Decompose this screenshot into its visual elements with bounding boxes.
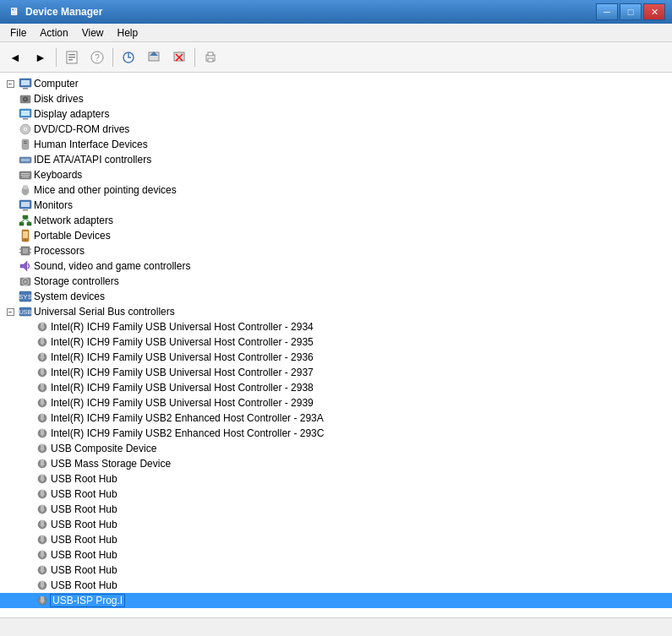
expander-usbhub6[interactable] bbox=[20, 548, 34, 562]
expander-network[interactable] bbox=[3, 214, 17, 227]
tree-item-usbhub1[interactable]: USB Root Hub bbox=[0, 471, 672, 487]
expander-mice[interactable] bbox=[3, 183, 17, 197]
properties-button[interactable] bbox=[60, 46, 84, 69]
help-button[interactable]: ? bbox=[85, 46, 109, 69]
expander-usbcomp[interactable] bbox=[20, 442, 34, 455]
tree-item-usb6[interactable]: Intel(R) ICH9 Family USB Universal Host … bbox=[0, 395, 672, 410]
tree-item-usbhub6[interactable]: USB Root Hub bbox=[0, 547, 672, 563]
tree-item-usb1[interactable]: Intel(R) ICH9 Family USB Universal Host … bbox=[0, 319, 672, 334]
tree-item-sound[interactable]: Sound, video and game controllers bbox=[0, 258, 672, 274]
toolbar: ◄ ► ? bbox=[0, 42, 672, 73]
device-label-dvd: DVD/CD-ROM drives bbox=[34, 123, 129, 135]
expander-display[interactable] bbox=[3, 107, 17, 121]
expander-usbhub7[interactable] bbox=[20, 563, 34, 577]
expander-usbhub5[interactable] bbox=[20, 533, 34, 546]
expander-keyboard[interactable] bbox=[3, 168, 17, 182]
minimize-button[interactable]: ─ bbox=[596, 3, 618, 20]
uninstall-button[interactable] bbox=[167, 46, 191, 69]
expander-usbmass[interactable] bbox=[20, 457, 34, 470]
tree-item-usbhub8[interactable]: USB Root Hub bbox=[0, 578, 672, 593]
tree-item-system[interactable]: SYSSystem devices bbox=[0, 289, 672, 304]
svg-point-49 bbox=[25, 239, 26, 241]
device-label-usbhub2: USB Root Hub bbox=[51, 488, 117, 500]
tree-item-usbhub7[interactable]: USB Root Hub bbox=[0, 563, 672, 578]
expander-usbhub8[interactable] bbox=[20, 579, 34, 592]
tree-item-disk[interactable]: Disk drives bbox=[0, 91, 672, 106]
tree-item-dvd[interactable]: DVD/CD-ROM drives bbox=[0, 122, 672, 137]
forward-button[interactable]: ► bbox=[29, 46, 52, 69]
tree-item-usb[interactable]: −USBUniversal Serial Bus controllers bbox=[0, 304, 672, 319]
expander-usbhub1[interactable] bbox=[20, 472, 34, 486]
expander-usb[interactable]: − bbox=[3, 305, 17, 318]
expander-usbisp[interactable] bbox=[20, 594, 34, 607]
scan-button[interactable] bbox=[117, 46, 140, 69]
tree-item-portable[interactable]: Portable Devices bbox=[0, 228, 672, 243]
expander-dvd[interactable] bbox=[3, 122, 17, 136]
close-button[interactable]: ✕ bbox=[643, 3, 665, 20]
expander-usb1[interactable] bbox=[20, 320, 34, 334]
expander-system[interactable] bbox=[3, 290, 17, 303]
menu-action[interactable]: Action bbox=[33, 25, 74, 41]
print-button[interactable] bbox=[199, 46, 222, 69]
update-driver-button[interactable] bbox=[142, 46, 166, 69]
tree-item-storage[interactable]: Storage controllers bbox=[0, 274, 672, 289]
tree-item-display[interactable]: Display adapters bbox=[0, 106, 672, 122]
expander-disk[interactable] bbox=[3, 92, 17, 106]
tree-item-usbhub4[interactable]: USB Root Hub bbox=[0, 517, 672, 532]
tree-item-network[interactable]: Network adapters bbox=[0, 213, 672, 228]
expander-ide[interactable] bbox=[3, 153, 17, 166]
expander-hid[interactable] bbox=[3, 138, 17, 151]
device-tree[interactable]: −ComputerDisk drivesDisplay adaptersDVD/… bbox=[0, 73, 672, 617]
tree-item-usb4[interactable]: Intel(R) ICH9 Family USB Universal Host … bbox=[0, 365, 672, 380]
title-bar: 🖥 Device Manager ─ □ ✕ bbox=[0, 0, 672, 24]
expander-usb7[interactable] bbox=[20, 411, 34, 425]
tree-item-keyboard[interactable]: Keyboards bbox=[0, 167, 672, 182]
menu-file[interactable]: File bbox=[3, 25, 33, 41]
tree-item-usbhub2[interactable]: USB Root Hub bbox=[0, 487, 672, 502]
expander-monitors[interactable] bbox=[3, 198, 17, 212]
tree-item-usb2[interactable]: Intel(R) ICH9 Family USB Universal Host … bbox=[0, 334, 672, 350]
device-label-usb5: Intel(R) ICH9 Family USB Universal Host … bbox=[51, 382, 314, 394]
back-button[interactable]: ◄ bbox=[3, 46, 27, 69]
expander-portable[interactable] bbox=[3, 229, 17, 242]
device-icon-sound bbox=[19, 259, 32, 273]
toolbar-separator-2 bbox=[112, 48, 113, 67]
expander-usb3[interactable] bbox=[20, 351, 34, 364]
expander-sound[interactable] bbox=[3, 259, 17, 273]
tree-item-hid[interactable]: Human Interface Devices bbox=[0, 137, 672, 152]
tree-item-processors[interactable]: Processors bbox=[0, 243, 672, 258]
expander-usbhub4[interactable] bbox=[20, 518, 34, 531]
tree-item-ide[interactable]: IDE ATA/ATAPI controllers bbox=[0, 152, 672, 167]
svg-rect-31 bbox=[21, 159, 30, 161]
menu-help[interactable]: Help bbox=[111, 25, 145, 41]
device-label-usb7: Intel(R) ICH9 Family USB2 Enhanced Host … bbox=[51, 412, 324, 424]
tree-item-usbhub5[interactable]: USB Root Hub bbox=[0, 532, 672, 547]
menu-view[interactable]: View bbox=[75, 25, 111, 41]
svg-rect-2 bbox=[68, 57, 75, 58]
tree-item-usbmass[interactable]: USB Mass Storage Device bbox=[0, 456, 672, 471]
tree-item-usb3[interactable]: Intel(R) ICH9 Family USB Universal Host … bbox=[0, 350, 672, 365]
expander-computer[interactable]: − bbox=[3, 77, 17, 90]
expander-storage[interactable] bbox=[3, 275, 17, 288]
tree-item-monitors[interactable]: Monitors bbox=[0, 198, 672, 213]
expander-usb4[interactable] bbox=[20, 366, 34, 379]
tree-item-usb5[interactable]: Intel(R) ICH9 Family USB Universal Host … bbox=[0, 380, 672, 395]
expander-usb5[interactable] bbox=[20, 381, 34, 394]
svg-rect-17 bbox=[23, 88, 28, 90]
expander-usbhub3[interactable] bbox=[20, 503, 34, 516]
tree-item-mice[interactable]: Mice and other pointing devices bbox=[0, 182, 672, 198]
tree-item-usbcomp[interactable]: USB Composite Device bbox=[0, 441, 672, 456]
expander-usb2[interactable] bbox=[20, 335, 34, 349]
tree-item-usb8[interactable]: Intel(R) ICH9 Family USB2 Enhanced Host … bbox=[0, 426, 672, 441]
tree-item-usbisp[interactable]: USB-ISP Prog.I bbox=[0, 593, 672, 608]
expander-usb8[interactable] bbox=[20, 427, 34, 440]
device-icon-monitors bbox=[19, 198, 32, 212]
expander-processors[interactable] bbox=[3, 244, 17, 258]
expander-usb6[interactable] bbox=[20, 396, 34, 410]
maximize-button[interactable]: □ bbox=[620, 3, 642, 20]
tree-item-usbhub3[interactable]: USB Root Hub bbox=[0, 502, 672, 517]
svg-rect-28 bbox=[24, 141, 27, 142]
tree-item-computer[interactable]: −Computer bbox=[0, 76, 672, 91]
expander-usbhub2[interactable] bbox=[20, 487, 34, 501]
tree-item-usb7[interactable]: Intel(R) ICH9 Family USB2 Enhanced Host … bbox=[0, 410, 672, 426]
